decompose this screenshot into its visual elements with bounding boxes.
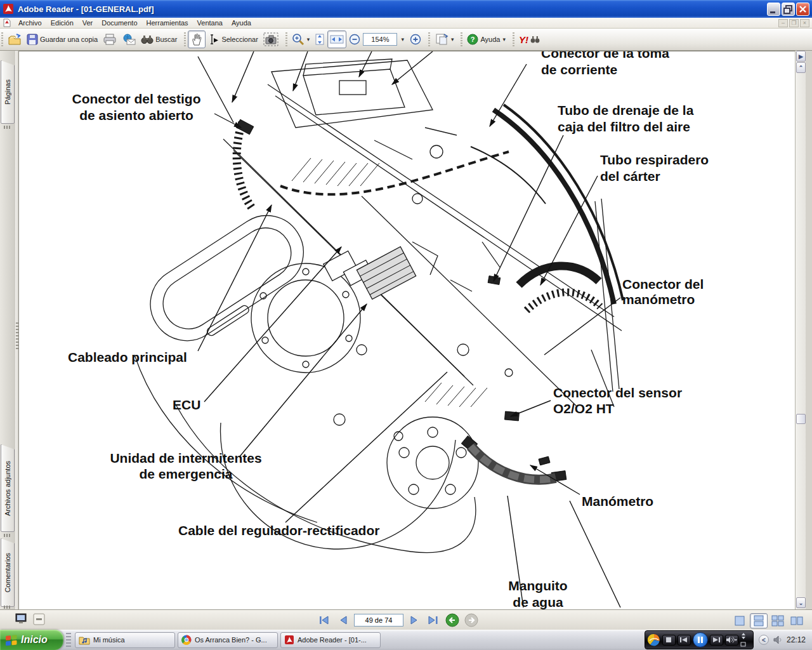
email-button[interactable] bbox=[119, 30, 138, 48]
start-button[interactable]: Inicio bbox=[0, 630, 63, 650]
yahoo-search-button[interactable]: Y! bbox=[516, 30, 542, 48]
tray-volume-icon[interactable] bbox=[773, 635, 783, 645]
scroll-up-icon[interactable]: ⌃ bbox=[796, 62, 806, 73]
window-right-edge bbox=[806, 51, 812, 609]
continuous-layout-button[interactable] bbox=[750, 613, 768, 628]
tab-archivos-adjuntos[interactable]: Archivos adjuntos bbox=[1, 444, 15, 532]
taskbar-item-browser[interactable]: Os Arranca Bien? - G... bbox=[178, 632, 278, 648]
hand-tool-button[interactable] bbox=[188, 30, 206, 48]
toolbar: Guardar una copia bbox=[0, 29, 812, 51]
select-tool-button[interactable]: Seleccionar bbox=[206, 30, 260, 48]
menu-documento[interactable]: Documento bbox=[97, 18, 141, 27]
document-page[interactable]: Conector de la toma de corriente Conecto… bbox=[19, 51, 795, 609]
yahoo-logo: Y! bbox=[519, 34, 528, 45]
vertical-scrollbar[interactable]: ▶ ⌃ ⌄ bbox=[795, 51, 806, 609]
adobe-reader-window: Adobe Reader - [01-GENERAL.pdf] Archivo … bbox=[0, 0, 812, 650]
save-copy-button[interactable]: Guardar una copia bbox=[24, 30, 100, 48]
tab-comentarios[interactable]: Comentarios bbox=[1, 538, 15, 607]
diagram-label-manometro: Manómetro bbox=[582, 494, 653, 508]
pages-icon bbox=[435, 33, 449, 46]
windows-flag-icon bbox=[5, 633, 18, 646]
menu-ventana[interactable]: Ventana bbox=[193, 18, 227, 27]
scrollbar-thumb[interactable] bbox=[796, 414, 806, 424]
system-tray: < 22:12 bbox=[754, 635, 812, 645]
menu-edicion[interactable]: Edición bbox=[46, 18, 78, 27]
screen-mode-icon[interactable] bbox=[15, 613, 28, 625]
page-size-icon[interactable] bbox=[33, 613, 46, 626]
print-button[interactable] bbox=[100, 30, 119, 48]
search-label: Buscar bbox=[155, 36, 177, 43]
snapshot-button[interactable] bbox=[261, 30, 281, 48]
zoom-level-caret-icon[interactable]: ▾ bbox=[398, 36, 407, 43]
page-view-button[interactable]: ▾ bbox=[432, 30, 457, 48]
taskbar-item-adobe-reader[interactable]: Adobe Reader - [01-... bbox=[280, 632, 381, 648]
search-button[interactable]: Buscar bbox=[138, 30, 180, 48]
child-restore-button[interactable]: ❐ bbox=[789, 19, 799, 27]
fit-page-button[interactable] bbox=[312, 30, 327, 48]
menu-archivo[interactable]: Archivo bbox=[14, 18, 46, 27]
help-label: Ayuda bbox=[480, 36, 500, 43]
help-button[interactable]: ? Ayuda ▾ bbox=[464, 30, 508, 48]
diagram-label-respiradero-1: Tubo respiradero bbox=[600, 152, 709, 167]
close-button[interactable] bbox=[796, 3, 809, 16]
next-page-button[interactable] bbox=[406, 613, 422, 627]
zoom-level-field[interactable]: 154% bbox=[363, 33, 397, 46]
tab-paginas-grip bbox=[4, 126, 10, 129]
save-copy-label: Guardar una copia bbox=[40, 36, 98, 43]
pane-toggle-arrow-icon[interactable]: ▶ bbox=[796, 51, 806, 62]
minimize-button[interactable] bbox=[767, 3, 780, 16]
toolbar-pages-group: ▾ bbox=[427, 29, 460, 50]
tab-paginas[interactable]: Páginas bbox=[1, 60, 15, 124]
continuous-facing-layout-button[interactable] bbox=[769, 613, 787, 628]
page-number-field[interactable]: 49 de 74 bbox=[354, 614, 403, 627]
restore-button[interactable] bbox=[782, 3, 795, 16]
first-page-button[interactable] bbox=[316, 613, 332, 627]
tab-comentarios-label: Comentarios bbox=[4, 553, 11, 592]
taskbar-grip[interactable] bbox=[66, 633, 71, 647]
page-number-value: 49 de 74 bbox=[365, 616, 393, 624]
pdf-document-icon[interactable] bbox=[3, 18, 11, 27]
help-caret-icon[interactable]: ▾ bbox=[502, 36, 506, 43]
deskband-options-icons[interactable] bbox=[740, 632, 747, 648]
taskbar-item-mi-musica[interactable]: Mi música bbox=[75, 632, 175, 648]
splitter-grip bbox=[16, 322, 18, 350]
diagram-label-toma-1: Conector de la toma bbox=[541, 51, 669, 60]
diagram-label-respiradero-2: del cárter bbox=[600, 169, 660, 183]
plus-circle-icon bbox=[410, 34, 421, 45]
menu-ver[interactable]: Ver bbox=[78, 18, 98, 27]
media-stop-button[interactable] bbox=[662, 635, 676, 646]
media-volume-button[interactable] bbox=[725, 635, 738, 646]
page-view-caret-icon[interactable]: ▾ bbox=[451, 36, 454, 43]
fit-width-button[interactable] bbox=[327, 30, 346, 48]
last-page-button[interactable] bbox=[425, 613, 442, 627]
toolbar-file-group: Guardar una copia bbox=[0, 29, 183, 50]
media-next-button[interactable] bbox=[710, 635, 723, 646]
diagram-label-manguito-1: Manguito bbox=[508, 578, 567, 593]
media-previous-button[interactable] bbox=[678, 635, 691, 646]
menu-herramientas[interactable]: Herramientas bbox=[142, 18, 193, 27]
zoom-out-button[interactable] bbox=[346, 30, 363, 48]
menu-ayuda[interactable]: Ayuda bbox=[227, 18, 256, 27]
taskbar-item-label: Adobe Reader - [01-... bbox=[298, 636, 367, 644]
email-globe-icon bbox=[122, 34, 136, 45]
zoom-tool-button[interactable]: ▾ bbox=[289, 30, 313, 48]
child-close-button[interactable]: × bbox=[800, 19, 809, 27]
diagram-label-conector-manometro-1: Conector del bbox=[622, 277, 704, 291]
child-minimize-button[interactable]: – bbox=[778, 19, 788, 27]
next-view-button[interactable] bbox=[463, 613, 480, 627]
media-pause-button[interactable] bbox=[693, 632, 708, 647]
open-button[interactable] bbox=[5, 30, 24, 48]
previous-view-button[interactable] bbox=[444, 613, 461, 627]
zoom-tool-caret-icon[interactable]: ▾ bbox=[307, 36, 310, 43]
taskbar: Inicio Mi música Os Arranca Bien? - G... bbox=[0, 630, 812, 650]
tray-collapse-chevron-icon[interactable]: < bbox=[759, 635, 769, 645]
yahoo-binoculars-icon bbox=[530, 36, 540, 43]
zoom-in-button[interactable] bbox=[407, 30, 424, 48]
single-page-layout-button[interactable] bbox=[731, 613, 749, 628]
facing-layout-button[interactable] bbox=[788, 613, 806, 628]
previous-page-button[interactable] bbox=[335, 613, 351, 627]
toolbar-help-group: ? Ayuda ▾ bbox=[459, 29, 511, 50]
diagram-label-cableado: Cableado principal bbox=[68, 350, 187, 364]
scroll-down-icon[interactable]: ⌄ bbox=[796, 597, 806, 608]
navigation-tab-strip: Páginas Archivos adjuntos Comentarios bbox=[0, 51, 15, 609]
